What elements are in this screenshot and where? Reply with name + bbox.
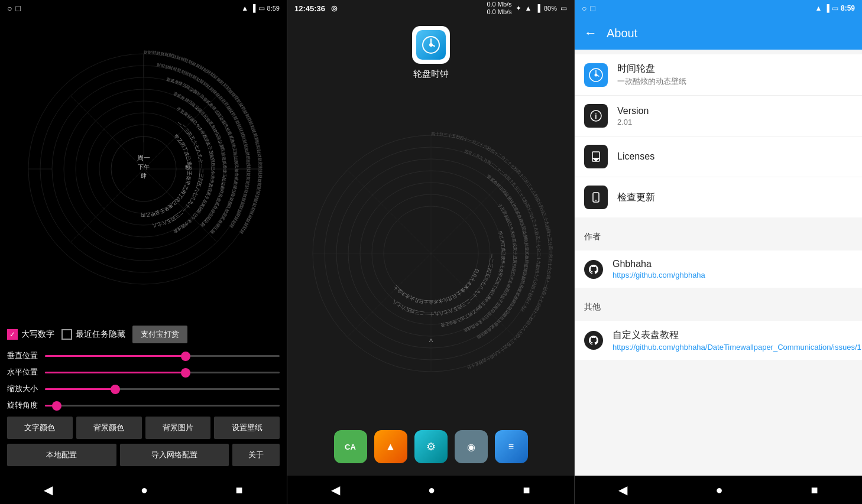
check-update-icon xyxy=(584,186,608,209)
center-text-unit: 秒 xyxy=(185,164,190,170)
checkbox-uppercase-box[interactable]: ✓ xyxy=(7,329,18,340)
text-color-button[interactable]: 文字颜色 xyxy=(7,417,73,439)
check-update-text: 检查更新 xyxy=(617,191,853,204)
app-name-item: 时间轮盘 一款酷炫的动态壁纸 xyxy=(575,54,862,96)
p3-signal-icon: ▐ xyxy=(824,4,829,12)
rotation-slider-thumb[interactable] xyxy=(52,401,61,411)
p3-time: 8:59 xyxy=(841,4,855,12)
svg-line-22 xyxy=(144,96,216,169)
dock-icon-arch[interactable]: ▲ xyxy=(374,430,407,463)
signal-icon: ▐ xyxy=(251,4,256,12)
square-status-icon: □ xyxy=(15,4,20,13)
svg-line-48 xyxy=(348,170,431,253)
dock-icon-notes[interactable]: ≡ xyxy=(495,430,528,463)
vertical-slider-thumb[interactable] xyxy=(181,352,190,361)
svg-line-21 xyxy=(71,96,144,169)
checkbox-uppercase-label: 大写数字 xyxy=(21,329,54,340)
licenses-icon xyxy=(584,145,608,168)
p3-battery-icon: ▭ xyxy=(832,4,838,12)
p3-square-icon: □ xyxy=(590,4,595,13)
recent-nav-icon-2[interactable]: ■ xyxy=(523,483,530,497)
rotation-slider-track[interactable] xyxy=(45,405,280,407)
back-nav-icon-1[interactable]: ◀ xyxy=(44,483,53,497)
author-card: Ghbhaha https://github.com/ghbhaha xyxy=(575,251,862,288)
home-nav-icon-3[interactable]: ● xyxy=(715,483,722,497)
spokes xyxy=(71,54,259,242)
bg-image-button[interactable]: 背景图片 xyxy=(145,417,211,439)
vertical-slider-row: 垂直位置 xyxy=(7,350,280,361)
version-value: 2.01 xyxy=(617,118,853,126)
horizontal-slider-row: 水平位置 xyxy=(7,367,280,378)
import-config-button[interactable]: 导入网络配置 xyxy=(120,444,229,466)
bookmark-icon xyxy=(590,151,602,162)
home-nav-icon-2[interactable]: ● xyxy=(428,483,435,497)
info-icon: i xyxy=(590,110,602,122)
vertical-slider-track[interactable] xyxy=(45,355,280,357)
horizontal-slider-fill xyxy=(45,372,186,373)
app-info-card: 时间轮盘 一款酷炫的动态壁纸 i Version 2.01 xyxy=(575,54,862,217)
time-display-1: 8:59 xyxy=(267,5,280,12)
checkbox-recent-box[interactable] xyxy=(61,329,72,340)
author-link[interactable]: https://github.com/ghbhaha xyxy=(613,271,853,279)
svg-point-61 xyxy=(595,200,597,201)
p2-battery: 80% xyxy=(544,5,557,12)
other-section-label: 其他 xyxy=(575,292,862,316)
alipay-button[interactable]: 支付宝打赏 xyxy=(132,326,187,343)
p2-battery-icon: ▭ xyxy=(560,4,567,12)
back-nav-icon-3[interactable]: ◀ xyxy=(618,483,627,497)
tutorial-link[interactable]: https://github.com/ghbhaha/DateTimewallp… xyxy=(613,343,861,352)
recent-nav-icon-1[interactable]: ■ xyxy=(236,483,243,497)
nav-bar-2: ◀ ● ■ xyxy=(287,476,574,504)
horizontal-slider-track[interactable] xyxy=(45,372,280,373)
dock-icon-db[interactable]: ◉ xyxy=(455,430,488,463)
status-bar-2: 12:45:36 ◎ 0.0 Mb/s 0.0 Mb/s ✦ ▲ ▐ 80% ▭ xyxy=(287,0,574,17)
horizontal-slider-thumb[interactable] xyxy=(181,368,190,378)
battery-icon: ▭ xyxy=(258,4,265,12)
vertical-slider-fill xyxy=(45,355,186,357)
circle-status-icon: ○ xyxy=(7,4,12,13)
rotation-slider-label: 旋转角度 xyxy=(7,400,40,411)
back-nav-icon-2[interactable]: ◀ xyxy=(331,483,340,497)
color-buttons-row: 文字颜色 背景颜色 背景图片 设置壁纸 xyxy=(7,417,280,439)
dock-icon-settings[interactable]: ⚙ xyxy=(414,430,448,463)
config-buttons-row: 本地配置 导入网络配置 关于 xyxy=(7,444,280,466)
svg-text:四月八月九月周二二十二点四十五分三十七秒四十六分三十八秒四十: 四月八月九月周二二十二点四十五分三十七秒四十六分三十八秒四十七分三十九秒四十八分… xyxy=(463,149,540,313)
checkbox-recent[interactable]: 最近任务隐藏 xyxy=(61,329,125,340)
checkbox-uppercase[interactable]: ✓ 大写数字 xyxy=(7,329,54,340)
set-wallpaper-button[interactable]: 设置壁纸 xyxy=(214,417,280,439)
about-header: ← About xyxy=(575,17,862,50)
tutorial-text: 自定义表盘教程 https://github.com/ghbhaha/DateT… xyxy=(613,329,861,352)
app-icon-inner xyxy=(416,30,446,60)
about-panel: ○ □ ▲ ▐ ▭ 8:59 ← About xyxy=(575,0,862,504)
licenses-label: Licenses xyxy=(617,151,853,162)
recent-nav-icon-3[interactable]: ■ xyxy=(811,483,818,497)
about-button[interactable]: 关于 xyxy=(232,444,280,466)
scale-slider-thumb[interactable] xyxy=(111,385,120,394)
app-title-text: 时间轮盘 xyxy=(617,63,853,75)
clock-app-icon xyxy=(422,35,440,54)
p3-status-right: ▲ ▐ ▭ 8:59 xyxy=(815,4,855,12)
svg-text:i: i xyxy=(595,112,597,121)
vertical-slider-label: 垂直位置 xyxy=(7,350,40,361)
bg-color-button[interactable]: 背景颜色 xyxy=(76,417,142,439)
main-clock-wheel: 四十分三十五秒四十一分三十六秒四十二分三十七秒四十三分三十八秒四十四分三十九秒四… xyxy=(304,126,558,381)
licenses-item[interactable]: Licenses xyxy=(575,136,862,177)
back-button[interactable]: ← xyxy=(584,25,597,41)
scale-slider-track[interactable] xyxy=(45,388,280,390)
p2-wifi-icon: ▲ xyxy=(525,4,532,12)
check-update-item[interactable]: 检查更新 xyxy=(575,177,862,217)
p3-status-left: ○ □ xyxy=(582,4,595,13)
app-info-text: 时间轮盘 一款酷炫的动态壁纸 xyxy=(617,63,853,87)
p2-target-icon: ◎ xyxy=(331,4,337,13)
checkbox-row: ✓ 大写数字 最近任务隐藏 支付宝打赏 xyxy=(7,326,280,343)
version-text: Version 2.01 xyxy=(617,106,853,126)
center-text-3: 肆 xyxy=(141,173,147,179)
wifi-icon: ▲ xyxy=(241,4,248,12)
author-section-label: 作者 xyxy=(575,222,862,246)
dock-icon-ca[interactable]: CA xyxy=(334,430,367,463)
local-config-button[interactable]: 本地配置 xyxy=(7,444,116,466)
scale-slider-row: 缩放大小 xyxy=(7,383,280,394)
home-nav-icon-1[interactable]: ● xyxy=(141,483,148,497)
wallpaper-panel: 12:45:36 ◎ 0.0 Mb/s 0.0 Mb/s ✦ ▲ ▐ 80% ▭ xyxy=(287,0,575,504)
tutorial-name: 自定义表盘教程 xyxy=(613,329,861,342)
